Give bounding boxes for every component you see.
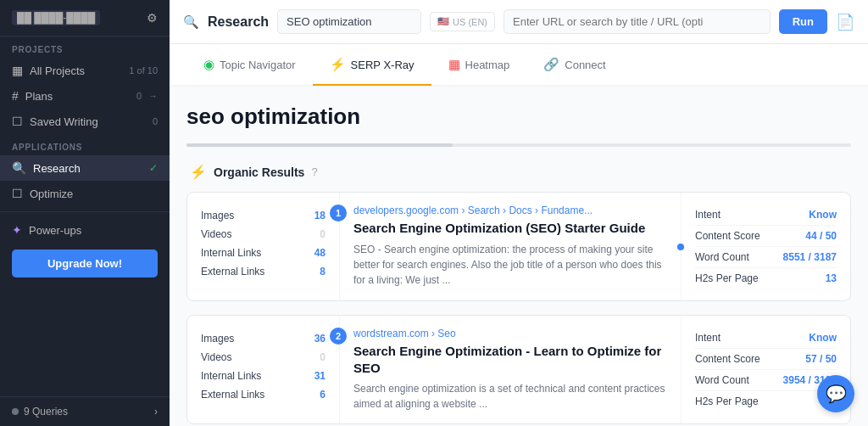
result-1-domain: developers.google.com › Search › Docs › … xyxy=(353,205,667,216)
grid-icon: ▦ xyxy=(12,64,23,77)
help-icon[interactable]: ? xyxy=(311,165,317,178)
serp-xray-label: SERP X-Ray xyxy=(351,59,415,71)
sidebar-user-section: ██ ████-████ ⚙ xyxy=(0,0,170,36)
main-area: 🔍 Research 🇺🇸 US (EN) Run 📄 ◉ Topic Navi… xyxy=(170,0,868,426)
research-label: Research xyxy=(33,162,142,175)
search-input[interactable] xyxy=(277,9,421,34)
applications-section-label: APPLICATIONS xyxy=(0,134,170,155)
sidebar-item-plans[interactable]: # Plans 0 → xyxy=(0,83,170,109)
intent-label: Intent xyxy=(695,209,721,221)
result-1-stats-left: Images 18 Videos 0 Internal Links 48 Ext… xyxy=(187,193,340,300)
result-2-center: 2 wordstream.com › Seo Search Engine Opt… xyxy=(340,316,681,423)
result-1-content-score: Content Score 44 / 50 xyxy=(695,226,837,247)
run-button[interactable]: Run xyxy=(779,9,827,34)
sidebar: ██ ████-████ ⚙ PROJECTS ▦ All Projects 1… xyxy=(0,0,170,426)
images-label-2: Images xyxy=(201,333,234,345)
videos-value: 0 xyxy=(320,228,326,240)
internal-links-value: 48 xyxy=(314,247,326,259)
result-2-images: Images 36 xyxy=(201,329,326,348)
language-label: US (EN) xyxy=(453,17,487,27)
internal-links-label: Internal Links xyxy=(201,247,261,259)
sidebar-item-saved-writing[interactable]: ☐ Saved Writing 0 xyxy=(0,109,170,134)
language-selector[interactable]: 🇺🇸 US (EN) xyxy=(430,12,495,31)
tab-connect[interactable]: 🔗 Connect xyxy=(526,45,622,86)
upgrade-button[interactable]: Upgrade Now! xyxy=(12,249,158,277)
url-input[interactable] xyxy=(504,9,771,34)
queries-arrow-icon: › xyxy=(154,406,158,418)
connect-icon: 🔗 xyxy=(543,57,559,72)
result-1-images: Images 18 xyxy=(201,206,326,225)
sidebar-queries[interactable]: 9 Queries › xyxy=(0,396,170,426)
plans-badge: 0 xyxy=(136,91,142,101)
result-2-domain: wordstream.com › Seo xyxy=(353,328,667,339)
word-count-label: Word Count xyxy=(695,251,749,263)
result-1-domain-link[interactable]: developers.google.com › Search › Docs › … xyxy=(353,205,593,216)
saved-writing-label: Saved Writing xyxy=(30,115,146,128)
result-1-videos: Videos 0 xyxy=(201,225,326,244)
result-2-intent: Intent Know xyxy=(695,328,837,349)
powerups-icon: ✦ xyxy=(12,223,22,237)
h2s-label: H2s Per Page xyxy=(695,272,759,284)
tab-serp-xray[interactable]: ⚡ SERP X-Ray xyxy=(313,45,431,86)
tabs-bar: ◉ Topic Navigator ⚡ SERP X-Ray ▦ Heatmap… xyxy=(170,44,868,87)
main-content: seo optimization ⚡ Organic Results ? Ima… xyxy=(170,87,868,426)
organic-results-icon: ⚡ xyxy=(190,164,207,180)
sidebar-divider xyxy=(0,211,170,212)
page-title: seo optimization xyxy=(186,104,851,130)
section-header: ⚡ Organic Results ? xyxy=(186,164,851,180)
result-1-internal-links: Internal Links 48 xyxy=(201,244,326,262)
images-value-2: 36 xyxy=(314,333,326,345)
flag-icon: 🇺🇸 xyxy=(437,16,449,27)
topbar-title: Research xyxy=(208,14,269,30)
external-links-label: External Links xyxy=(201,266,264,277)
serp-xray-icon: ⚡ xyxy=(330,57,346,72)
sidebar-item-optimize[interactable]: ☐ Optimize xyxy=(0,181,170,206)
result-1-badge: 1 xyxy=(330,205,347,221)
result-2-internal-links: Internal Links 31 xyxy=(201,367,326,385)
search-icon: 🔍 xyxy=(12,161,26,175)
topbar: 🔍 Research 🇺🇸 US (EN) Run 📄 xyxy=(170,0,868,44)
tab-heatmap[interactable]: ▦ Heatmap xyxy=(431,45,527,86)
result-2-domain-link[interactable]: wordstream.com › Seo xyxy=(353,328,456,339)
intent-value: Know xyxy=(809,209,837,221)
external-links-label-2: External Links xyxy=(201,389,264,401)
all-projects-label: All Projects xyxy=(30,64,122,77)
result-1-heading: Search Engine Optimization (SEO) Starter… xyxy=(353,220,667,237)
videos-label: Videos xyxy=(201,228,231,240)
result-2-content-score: Content Score 57 / 50 xyxy=(695,349,837,370)
result-1-h2s: H2s Per Page 13 xyxy=(695,268,837,289)
progress-bar xyxy=(186,143,453,147)
sidebar-powerups[interactable]: ✦ Power-ups xyxy=(0,217,170,243)
gear-icon[interactable]: ⚙ xyxy=(147,11,158,25)
heatmap-icon: ▦ xyxy=(448,57,460,72)
research-check: ✓ xyxy=(149,162,158,174)
chat-bubble[interactable]: 💬 xyxy=(817,375,854,412)
result-2-badge: 2 xyxy=(330,328,347,345)
result-2-videos: Videos 0 xyxy=(201,348,326,367)
videos-label-2: Videos xyxy=(201,351,231,363)
result-1-word-count: Word Count 8551 / 3187 xyxy=(695,247,837,268)
result-1-center: 1 developers.google.com › Search › Docs … xyxy=(340,193,681,300)
powerups-label: Power-ups xyxy=(29,224,81,237)
word-count-value: 8551 / 3187 xyxy=(783,251,837,263)
result-1-snippet: SEO - Search engine optimization: the pr… xyxy=(353,242,667,288)
content-score-label-2: Content Score xyxy=(695,353,760,365)
result-2-snippet: Search engine optimization is a set of t… xyxy=(353,381,667,412)
images-label: Images xyxy=(201,210,234,221)
topic-navigator-label: Topic Navigator xyxy=(220,59,296,71)
plans-label: Plans xyxy=(25,90,130,103)
sidebar-item-all-projects[interactable]: ▦ All Projects 1 of 10 xyxy=(0,58,170,83)
sidebar-item-research[interactable]: 🔍 Research ✓ xyxy=(0,155,170,181)
result-card-1: Images 18 Videos 0 Internal Links 48 Ext… xyxy=(186,192,851,301)
document-icon[interactable]: 📄 xyxy=(836,13,854,31)
tab-topic-navigator[interactable]: ◉ Topic Navigator xyxy=(186,45,313,86)
h2s-label-2: H2s Per Page xyxy=(695,395,759,407)
queries-dot-icon: 9 Queries xyxy=(12,406,68,418)
intent-label-2: Intent xyxy=(695,332,721,344)
saved-writing-badge: 0 xyxy=(153,116,158,126)
optimize-label: Optimize xyxy=(30,188,158,200)
connect-label: Connect xyxy=(565,59,605,71)
hash-icon: # xyxy=(12,89,19,103)
heatmap-label: Heatmap xyxy=(465,59,510,71)
queries-count: 9 Queries xyxy=(24,406,68,418)
